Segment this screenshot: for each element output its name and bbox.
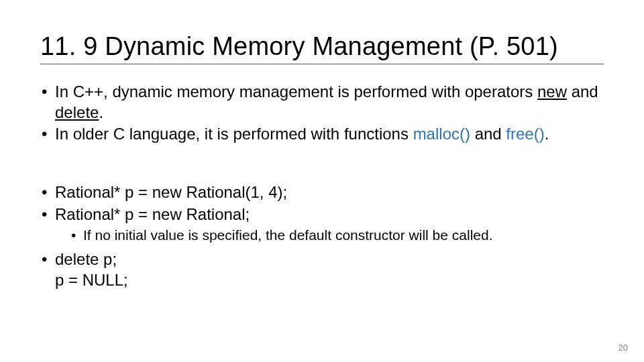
text: and (567, 82, 598, 101)
code-line: p = NULL; (55, 270, 604, 291)
bullet-item: In older C language, it is performed wit… (40, 124, 604, 145)
text: In C++, dynamic memory management is per… (55, 82, 537, 101)
bullet-item: In C++, dynamic memory management is per… (40, 82, 604, 123)
bullet-item: delete p; p = NULL; (40, 249, 604, 290)
text: . (545, 125, 549, 143)
bullet-item: Rational* p = new Rational; If no initia… (40, 204, 604, 245)
keyword-new: new (537, 82, 567, 101)
page-number: 20 (619, 343, 628, 353)
text: If no initial value is specified, the de… (83, 227, 493, 243)
text: In older C language, it is performed wit… (55, 125, 413, 143)
text: and (470, 125, 506, 143)
sub-bullet-item: If no initial value is specified, the de… (55, 227, 604, 245)
code-line: Rational* p = new Rational(1, 4); (55, 183, 287, 201)
func-free: free() (506, 125, 544, 143)
slide-title: 11. 9 Dynamic Memory Management (P. 501) (40, 32, 604, 64)
spacer (40, 146, 604, 165)
text: . (99, 103, 103, 121)
sub-bullet-list: If no initial value is specified, the de… (55, 227, 604, 245)
bullet-list: Rational* p = new Rational(1, 4); Ration… (40, 182, 604, 291)
bullet-item: Rational* p = new Rational(1, 4); (40, 182, 604, 203)
bullet-list: In C++, dynamic memory management is per… (40, 82, 604, 145)
slide: 11. 9 Dynamic Memory Management (P. 501)… (0, 0, 644, 362)
func-malloc: malloc() (413, 125, 470, 143)
code-line: delete p; (55, 250, 117, 268)
keyword-delete: delete (55, 103, 99, 121)
code-line: Rational* p = new Rational; (55, 205, 250, 223)
